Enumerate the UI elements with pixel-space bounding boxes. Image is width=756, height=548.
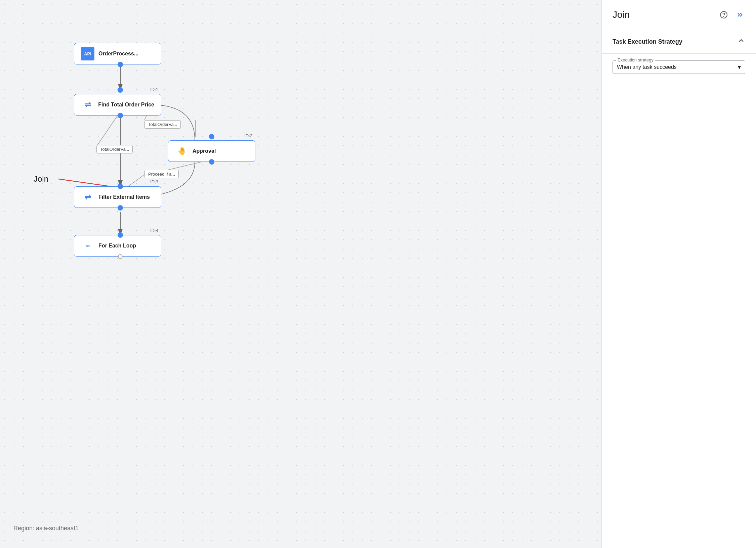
- node4-label: For Each Loop: [98, 243, 136, 249]
- right-panel: Join Task Execution Strategy: [601, 0, 756, 548]
- filter1-icon: ⇌: [81, 98, 94, 111]
- node3-top-dot: [118, 184, 123, 189]
- connector-label-2: TotalOrderVa...: [96, 145, 133, 153]
- svg-line-8: [58, 179, 115, 187]
- panel-header-icons: [718, 9, 745, 20]
- node1-id: ID:1: [150, 87, 158, 92]
- node2-label: Approval: [193, 148, 216, 154]
- help-icon-button[interactable]: [718, 9, 729, 20]
- node4-bottom-dot: [118, 254, 123, 259]
- node1-label: Find Total Order Price: [98, 102, 154, 108]
- node1-bottom-dot: [118, 113, 123, 118]
- filter-external-node[interactable]: ID:3 ⇌ Filter External Items: [74, 186, 161, 208]
- svg-line-5: [97, 116, 118, 145]
- panel-title: Join: [613, 9, 630, 20]
- filter2-icon: ⇌: [81, 190, 94, 204]
- loop-icon: ∞: [81, 239, 94, 253]
- api-node-bottom-dot: [118, 62, 123, 67]
- approval-node[interactable]: ID:2 🤚 Approval: [168, 140, 255, 162]
- expand-panel-button[interactable]: [734, 9, 745, 20]
- execution-strategy-label: Execution strategy: [616, 57, 655, 62]
- node3-label: Filter External Items: [98, 194, 150, 200]
- section-collapse-button[interactable]: [737, 37, 745, 47]
- node4-id: ID:4: [150, 228, 158, 233]
- approval-icon: 🤚: [175, 144, 188, 158]
- section-header: Task Execution Strategy: [602, 27, 756, 54]
- api-node-label: OrderProcess...: [98, 51, 138, 57]
- execution-strategy-value: When any task succeeds: [617, 64, 677, 70]
- panel-header: Join: [602, 0, 756, 27]
- node4-top-dot: [118, 232, 123, 238]
- section-title: Task Execution Strategy: [613, 38, 682, 45]
- node2-id: ID:2: [244, 133, 252, 138]
- connector-label-3: Proceed if a...: [144, 170, 179, 178]
- section-content: Execution strategy When any task succeed…: [602, 54, 756, 83]
- node1-top-dot: [118, 87, 123, 93]
- api-trigger-node[interactable]: API OrderProcess...: [74, 43, 161, 64]
- svg-line-7: [128, 175, 144, 187]
- connector-label-1: TotalOrderVa...: [144, 120, 181, 129]
- canvas-area[interactable]: API OrderProcess... ID:1 ⇌ Find Total Or…: [0, 0, 601, 548]
- execution-strategy-field[interactable]: Execution strategy When any task succeed…: [613, 60, 745, 74]
- execution-strategy-select-row: When any task succeeds ▾: [617, 63, 741, 71]
- foreach-loop-node[interactable]: ID:4 ∞ For Each Loop: [74, 235, 161, 257]
- approval-top-dot: [209, 134, 214, 139]
- dropdown-icon[interactable]: ▾: [738, 63, 741, 71]
- region-label: Region: asia-southeast1: [13, 525, 79, 532]
- approval-bottom-dot: [209, 159, 214, 165]
- connector-svg: [0, 0, 601, 548]
- api-icon: API: [81, 47, 94, 60]
- find-order-price-node[interactable]: ID:1 ⇌ Find Total Order Price: [74, 94, 161, 116]
- node3-id: ID:3: [150, 179, 158, 184]
- node3-bottom-dot: [118, 205, 123, 211]
- svg-line-6: [168, 162, 202, 170]
- join-label: Join: [34, 174, 48, 184]
